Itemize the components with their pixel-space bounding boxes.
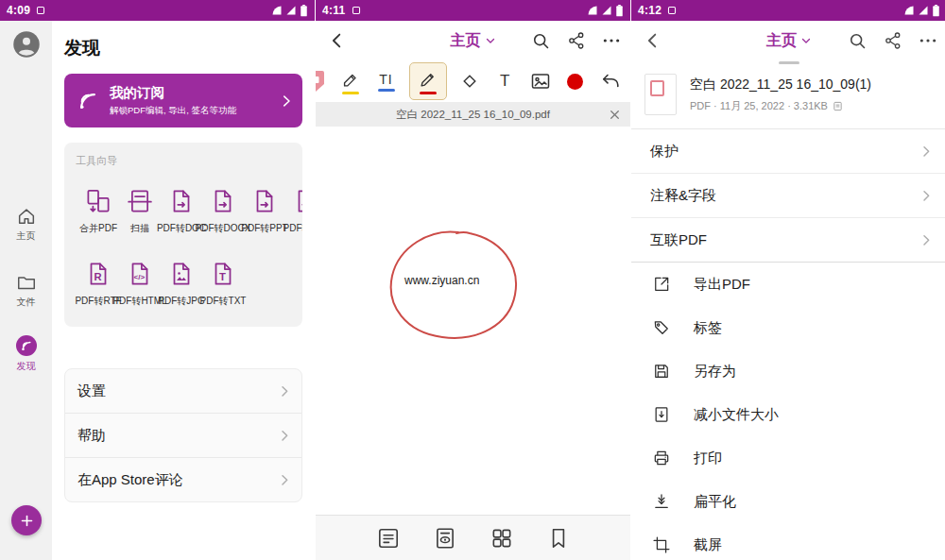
action-reduce-file-size[interactable]: 减小文件大小 bbox=[631, 393, 945, 436]
highlighter-tool[interactable] bbox=[338, 69, 363, 94]
share-icon[interactable] bbox=[567, 31, 586, 50]
pdf-to-docx-icon bbox=[209, 187, 237, 215]
text-markup-tool[interactable]: TI bbox=[374, 72, 399, 92]
action-tags[interactable]: 标签 bbox=[631, 306, 945, 349]
page-title: 发现 bbox=[64, 36, 302, 60]
search-icon[interactable] bbox=[531, 31, 551, 51]
discover-icon bbox=[15, 334, 38, 357]
crop-screenshot-icon bbox=[652, 535, 671, 554]
sidebar: 主页 文件 发现 bbox=[0, 21, 52, 560]
more-options-icon[interactable] bbox=[602, 31, 621, 50]
document-text: www.ziyuan.cn bbox=[404, 274, 479, 287]
action-save-as[interactable]: 另存为 bbox=[631, 349, 945, 393]
pdf-to-txt-icon: T bbox=[209, 260, 237, 288]
undo-button[interactable] bbox=[598, 70, 623, 93]
document-options-screen: 4:12 主页 空白 2022_11_25 16_10_09(1) bbox=[630, 0, 945, 560]
annotation-list-icon[interactable] bbox=[433, 526, 457, 551]
tool-pdf-to-ppt[interactable]: PDF转PPT bbox=[244, 187, 285, 235]
text-markup-color-bar bbox=[378, 89, 395, 92]
bookmark-icon[interactable] bbox=[546, 526, 571, 551]
menu-item-app-store-review[interactable]: 在App Store评论 bbox=[65, 457, 301, 501]
row-connected-pdf[interactable]: 互联PDF bbox=[631, 217, 945, 262]
action-screenshot[interactable]: 截屏 bbox=[631, 523, 945, 560]
tools-card-header: 工具向导 bbox=[76, 154, 302, 168]
subscription-card[interactable]: 我的订阅 解锁PDF编辑, 导出, 签名等功能 bbox=[64, 74, 302, 127]
page-list-icon[interactable] bbox=[376, 526, 401, 551]
pencil-tool-selected[interactable] bbox=[409, 62, 447, 100]
freehand-red-circle-annotation[interactable] bbox=[316, 127, 630, 515]
tool-pdf-to-jpg[interactable]: PDF转JPG bbox=[161, 260, 202, 308]
action-label: 另存为 bbox=[694, 363, 736, 381]
text-tool[interactable]: T bbox=[492, 72, 517, 91]
action-group: 导出PDF 标签 另存为 减小文件大小 打印 扁平化 截屏 bbox=[631, 263, 945, 560]
text-markup-icon: TI bbox=[379, 72, 392, 87]
more-options-icon[interactable] bbox=[919, 31, 937, 50]
pdf-to-html-icon: </> bbox=[126, 260, 154, 288]
tool-label: PDF转JPG bbox=[158, 295, 204, 308]
chevron-right-icon bbox=[277, 428, 292, 443]
row-protect[interactable]: 保护 bbox=[631, 129, 945, 173]
sidebar-item-home[interactable]: 主页 bbox=[0, 206, 52, 243]
tool-label: PDF转TXT bbox=[200, 295, 247, 308]
search-icon[interactable] bbox=[848, 31, 868, 51]
wifi-icon bbox=[903, 5, 915, 16]
svg-text:T: T bbox=[219, 271, 226, 282]
tool-pdf-to-xls[interactable]: PDF转XLS bbox=[285, 187, 302, 235]
menu-item-settings[interactable]: 设置 bbox=[65, 369, 301, 413]
pdf-canvas[interactable]: www.ziyuan.cn bbox=[316, 127, 630, 515]
bottom-toolbar bbox=[316, 515, 630, 560]
action-label: 标签 bbox=[694, 319, 722, 337]
color-swatch[interactable] bbox=[563, 74, 588, 90]
status-time: 4:11 bbox=[322, 4, 346, 17]
pencil-color-bar bbox=[420, 92, 437, 94]
tool-label: 合并PDF bbox=[79, 222, 117, 235]
tool-scan[interactable]: 扫描 bbox=[119, 187, 161, 235]
cellular-signal-icon bbox=[918, 5, 929, 16]
cellular-signal-icon bbox=[601, 5, 612, 16]
document-info-row[interactable]: 空白 2022_11_25 16_10_09(1) PDF · 11月 25, … bbox=[631, 64, 945, 128]
document-tab-title: 空白 2022_11_25 16_10_09.pdf bbox=[396, 108, 550, 122]
diamond-eraser-icon bbox=[459, 71, 480, 92]
tools-row-2: R PDF转RTF </> PDF转HTML PDF转JPG T PDF转TXT bbox=[64, 260, 302, 308]
tool-pdf-to-docx[interactable]: PDF转DOCX bbox=[202, 187, 244, 235]
flatten-icon bbox=[652, 492, 671, 511]
pink-marker-tool[interactable] bbox=[315, 69, 328, 93]
chevron-right-icon bbox=[277, 472, 292, 487]
wifi-icon bbox=[587, 5, 598, 16]
row-annotations-fields[interactable]: 注释&字段 bbox=[631, 173, 945, 217]
eraser-tool[interactable] bbox=[457, 71, 482, 92]
sidebar-item-label: 文件 bbox=[17, 296, 36, 309]
battery-icon bbox=[300, 5, 308, 17]
tool-merge-pdf[interactable]: 合并PDF bbox=[77, 187, 119, 235]
sidebar-item-files[interactable]: 文件 bbox=[0, 272, 52, 309]
menu-item-label: 帮助 bbox=[77, 427, 106, 445]
action-label: 导出PDF bbox=[694, 276, 750, 294]
tool-label: PDF转PPT bbox=[241, 222, 287, 235]
screenshot-notification-icon bbox=[36, 6, 45, 15]
close-icon bbox=[609, 109, 621, 121]
thumbnail-grid-icon[interactable] bbox=[490, 526, 514, 551]
pdf-to-ppt-icon bbox=[250, 187, 279, 215]
avatar[interactable] bbox=[12, 30, 41, 59]
highlighter-icon bbox=[340, 69, 361, 90]
chevron-right-icon bbox=[277, 383, 292, 399]
plus-icon bbox=[20, 514, 34, 528]
sidebar-item-discover[interactable]: 发现 bbox=[0, 334, 52, 373]
add-button[interactable] bbox=[11, 505, 42, 535]
share-icon[interactable] bbox=[884, 31, 902, 50]
export-pdf-icon bbox=[652, 275, 671, 294]
sidebar-item-label: 发现 bbox=[17, 360, 36, 373]
subscription-subtitle: 解锁PDF编辑, 导出, 签名等功能 bbox=[110, 105, 263, 116]
tool-pdf-to-html[interactable]: </> PDF转HTML bbox=[119, 260, 161, 308]
status-time: 4:12 bbox=[638, 4, 662, 17]
action-print[interactable]: 打印 bbox=[631, 436, 945, 480]
cellular-signal-icon bbox=[285, 5, 297, 16]
menu-item-help[interactable]: 帮助 bbox=[65, 413, 301, 457]
image-tool[interactable] bbox=[528, 70, 553, 93]
action-export-pdf[interactable]: 导出PDF bbox=[631, 263, 945, 306]
chevron-down-icon bbox=[800, 35, 812, 46]
tools-row-1: 合并PDF 扫描 PDF转DOC PDF转DOCX PDF转PPT bbox=[64, 187, 302, 235]
tool-pdf-to-txt[interactable]: T PDF转TXT bbox=[202, 260, 244, 308]
action-flatten[interactable]: 扁平化 bbox=[631, 480, 945, 523]
close-tab-button[interactable] bbox=[609, 102, 621, 127]
